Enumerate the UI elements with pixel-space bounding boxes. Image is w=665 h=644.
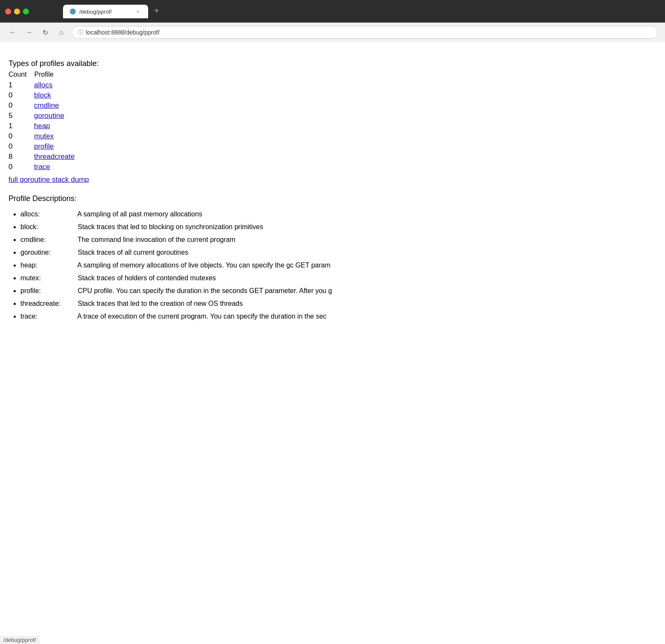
profile-link-trace[interactable]: trace bbox=[34, 163, 50, 171]
nav-bar: ← → ↻ ⌂ ⓘ localhost:8888/debug/pprof/ bbox=[0, 23, 665, 42]
desc-text: Stack traces of all current goroutines bbox=[77, 249, 188, 256]
table-row: 0profile bbox=[9, 141, 75, 152]
profile-link-cell: allocs bbox=[34, 80, 75, 90]
profile-link-cell: profile bbox=[34, 141, 75, 152]
profiles-table: 1allocs0block0cmdline5goroutine1heap0mut… bbox=[9, 80, 75, 172]
back-button[interactable]: ← bbox=[7, 26, 19, 38]
profile-link-mutex[interactable]: mutex bbox=[34, 132, 54, 140]
list-item: heap: A sampling of memory allocations o… bbox=[20, 260, 656, 270]
table-row: 0cmdline bbox=[9, 101, 75, 111]
window-controls bbox=[5, 9, 29, 14]
desc-text: A sampling of memory allocations of live… bbox=[77, 262, 331, 269]
list-item: profile: CPU profile. You can specify th… bbox=[20, 286, 656, 296]
desc-text: A sampling of all past memory allocation… bbox=[77, 210, 202, 218]
desc-text: A trace of execution of the current prog… bbox=[77, 313, 327, 320]
descriptions-list: allocs: A sampling of all past memory al… bbox=[9, 209, 656, 322]
minimize-window-btn[interactable] bbox=[14, 9, 20, 14]
home-button[interactable]: ⌂ bbox=[55, 26, 67, 38]
list-item: trace: A trace of execution of the curre… bbox=[20, 311, 656, 322]
profile-link-cell: heap bbox=[34, 121, 75, 131]
profile-link-block[interactable]: block bbox=[34, 91, 51, 99]
desc-key: trace: bbox=[20, 311, 76, 322]
table-row: 0mutex bbox=[9, 131, 75, 141]
profile-link-cell: mutex bbox=[34, 131, 75, 141]
profile-count: 0 bbox=[9, 141, 34, 152]
tab-bar: 🌐 /debug/pprof/ × + bbox=[58, 4, 169, 18]
desc-key: allocs: bbox=[20, 209, 76, 219]
maximize-window-btn[interactable] bbox=[23, 9, 29, 14]
title-bar: 🌐 /debug/pprof/ × + bbox=[0, 0, 665, 23]
table-row: 0trace bbox=[9, 162, 75, 172]
profile-link-cell: trace bbox=[34, 162, 75, 172]
profile-count: 5 bbox=[9, 111, 34, 121]
list-item: allocs: A sampling of all past memory al… bbox=[20, 209, 656, 219]
page-content: Types of profiles available: Count Profi… bbox=[0, 42, 665, 341]
browser-chrome: 🌐 /debug/pprof/ × + ← → ↻ ⌂ ⓘ localhost:… bbox=[0, 0, 665, 42]
desc-key: heap: bbox=[20, 260, 76, 270]
profile-count: 8 bbox=[9, 152, 34, 162]
desc-key: mutex: bbox=[20, 273, 76, 283]
close-window-btn[interactable] bbox=[5, 9, 11, 14]
profile-count: 0 bbox=[9, 90, 34, 101]
table-header: Count Profile bbox=[9, 71, 656, 78]
info-icon: ⓘ bbox=[78, 29, 83, 36]
tab-title: /debug/pprof/ bbox=[79, 9, 131, 15]
profile-link-allocs[interactable]: allocs bbox=[34, 81, 52, 89]
profile-link-cell: threadcreate bbox=[34, 152, 75, 162]
forward-button[interactable]: → bbox=[23, 26, 35, 38]
desc-text: Stack traces of holders of contended mut… bbox=[77, 274, 216, 282]
new-tab-button[interactable]: + bbox=[150, 4, 163, 17]
desc-text: Stack traces that led to the creation of… bbox=[77, 300, 243, 307]
profile-link-cell: cmdline bbox=[34, 101, 75, 111]
profile-count: 1 bbox=[9, 121, 34, 131]
desc-text: CPU profile. You can specify the duratio… bbox=[77, 287, 332, 294]
tab-favicon-icon: 🌐 bbox=[70, 9, 76, 14]
profile-count: 1 bbox=[9, 80, 34, 90]
profile-link-cell: block bbox=[34, 90, 75, 101]
list-item: goroutine: Stack traces of all current g… bbox=[20, 247, 656, 258]
reload-button[interactable]: ↻ bbox=[39, 26, 51, 38]
desc-key: block: bbox=[20, 222, 76, 232]
profile-link-threadcreate[interactable]: threadcreate bbox=[34, 152, 75, 161]
profile-link-profile[interactable]: profile bbox=[34, 142, 54, 150]
table-row: 8threadcreate bbox=[9, 152, 75, 162]
profiles-available-title: Types of profiles available: bbox=[9, 59, 656, 68]
address-text: localhost:8888/debug/pprof/ bbox=[86, 29, 160, 36]
active-tab[interactable]: 🌐 /debug/pprof/ × bbox=[63, 5, 148, 18]
desc-key: cmdline: bbox=[20, 235, 76, 245]
table-row: 1heap bbox=[9, 121, 75, 131]
list-item: mutex: Stack traces of holders of conten… bbox=[20, 273, 656, 283]
table-row: 1allocs bbox=[9, 80, 75, 90]
table-row: 0block bbox=[9, 90, 75, 101]
profile-count: 0 bbox=[9, 162, 34, 172]
desc-key: goroutine: bbox=[20, 247, 76, 258]
table-row: 5goroutine bbox=[9, 111, 75, 121]
address-bar[interactable]: ⓘ localhost:8888/debug/pprof/ bbox=[72, 26, 658, 39]
profile-count: 0 bbox=[9, 131, 34, 141]
profile-link-goroutine[interactable]: goroutine bbox=[34, 112, 64, 120]
profile-link-cmdline[interactable]: cmdline bbox=[34, 101, 59, 109]
list-item: block: Stack traces that led to blocking… bbox=[20, 222, 656, 232]
full-goroutine-stack-dump-link[interactable]: full goroutine stack dump bbox=[9, 175, 656, 184]
descriptions-title: Profile Descriptions: bbox=[9, 194, 656, 203]
desc-text: The command line invocation of the curre… bbox=[77, 236, 235, 243]
status-bar: /debug/pprof/ bbox=[0, 636, 40, 644]
list-item: cmdline: The command line invocation of … bbox=[20, 235, 656, 245]
tab-close-button[interactable]: × bbox=[135, 8, 141, 15]
desc-key: threadcreate: bbox=[20, 299, 76, 309]
desc-key: profile: bbox=[20, 286, 76, 296]
desc-text: Stack traces that led to blocking on syn… bbox=[77, 223, 263, 230]
profile-link-cell: goroutine bbox=[34, 111, 75, 121]
profile-link-heap[interactable]: heap bbox=[34, 122, 50, 130]
list-item: threadcreate: Stack traces that led to t… bbox=[20, 299, 656, 309]
profile-count: 0 bbox=[9, 101, 34, 111]
